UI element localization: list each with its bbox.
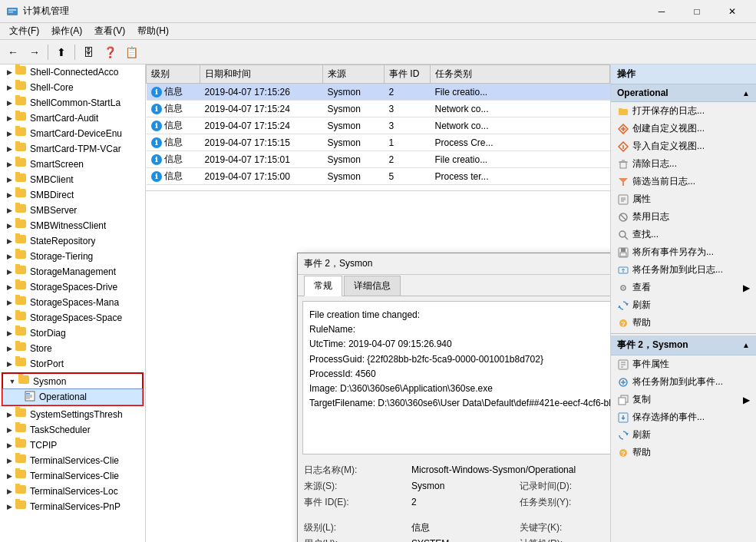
- sidebar-item-storagespaces-space[interactable]: ▶ StorageSpaces-Space: [0, 310, 145, 326]
- sidebar-item-smartcard-audit[interactable]: ▶ SmartCard-Audit: [0, 111, 145, 126]
- dialog-tab-details[interactable]: 详细信息: [344, 276, 401, 296]
- col-category[interactable]: 任务类别: [431, 65, 610, 84]
- action-attach-task-log[interactable]: 将任务附加到此日志...: [611, 261, 756, 279]
- sidebar-item-label: StorageSpaces-Drive: [30, 282, 117, 292]
- action-find[interactable]: 查找...: [611, 226, 756, 243]
- sidebar-item-storagespaces-mana[interactable]: ▶ StorageSpaces-Mana: [0, 295, 145, 310]
- svg-rect-28: [621, 248, 626, 252]
- sidebar-item-staterepository[interactable]: ▶ StateRepository: [0, 233, 145, 249]
- dialog-content-line: File creation time changed:: [309, 308, 610, 322]
- action-refresh2[interactable]: 刷新: [611, 426, 756, 444]
- disable-icon: [617, 211, 629, 223]
- sidebar-item-smartcard-device[interactable]: ▶ SmartCard-DeviceEnu: [0, 126, 145, 141]
- sidebar-item-smartscreen[interactable]: ▶ SmartScreen: [0, 157, 145, 172]
- col-eventid[interactable]: 事件 ID: [385, 65, 431, 84]
- action-import-custom-view[interactable]: 导入自定义视图...: [611, 137, 756, 155]
- table-row[interactable]: ℹ信息2019-04-07 17:15:00Sysmon5Process ter…: [147, 168, 610, 185]
- table-row[interactable]: ℹ信息2019-04-07 17:15:24Sysmon3Network co.…: [147, 117, 610, 134]
- cell-level: ℹ信息: [147, 151, 200, 168]
- tree-arrow: ▶: [3, 312, 15, 324]
- sidebar-item-systemsettings[interactable]: ▶ SystemSettingsThresh: [0, 407, 145, 422]
- dialog-tab-general[interactable]: 常规: [304, 276, 342, 296]
- toolbar-properties[interactable]: 📋: [121, 42, 141, 62]
- sidebar-item-storport[interactable]: ▶ StorPort: [0, 356, 145, 372]
- action-disable-log[interactable]: 禁用日志: [611, 208, 756, 226]
- folder-icon: [15, 485, 28, 497]
- action-refresh[interactable]: 刷新: [611, 296, 756, 314]
- sidebar-item-operational[interactable]: Operational: [3, 389, 142, 405]
- toolbar-forward[interactable]: →: [25, 42, 45, 62]
- sidebar-item-store[interactable]: ▶ Store: [0, 341, 145, 356]
- action-create-custom-view[interactable]: 创建自定义视图...: [611, 120, 756, 137]
- table-row[interactable]: ℹ信息2019-04-07 17:15:01Sysmon2File creati…: [147, 151, 610, 168]
- sidebar-item-stordiag[interactable]: ▶ StorDiag: [0, 326, 145, 341]
- toolbar-show-hide[interactable]: 🗄: [78, 42, 98, 62]
- sidebar-item-terminalservices2[interactable]: ▶ TerminalServices-Clie: [0, 468, 145, 484]
- action-event-properties[interactable]: 事件属性: [611, 355, 756, 373]
- sidebar-item-smbwitnessclient[interactable]: ▶ SMBWitnessClient: [0, 218, 145, 233]
- tree-arrow: ▶: [3, 470, 15, 482]
- action-save-all-events[interactable]: 将所有事件另存为...: [611, 243, 756, 261]
- dialog-content-line: ProcessGuid: {22f028bb-b2fc-5ca9-0000-00…: [309, 352, 610, 367]
- action-save-selected[interactable]: 保存选择的事件...: [611, 408, 756, 426]
- sidebar-item-sysmon[interactable]: ▼ Sysmon: [3, 374, 142, 389]
- sidebar-item-label: SMBClient: [30, 174, 74, 185]
- action-view[interactable]: 查看 ▶: [611, 279, 756, 296]
- sidebar-item-taskscheduler[interactable]: ▶ TaskScheduler: [0, 422, 145, 438]
- sidebar-item-shell-connectedacco[interactable]: ▶ Shell-ConnectedAcco: [0, 64, 145, 80]
- dialog-content-line: ProcessId: 4560: [309, 367, 610, 382]
- action-filter-log[interactable]: 筛选当前日志...: [611, 173, 756, 190]
- action-copy[interactable]: 复制 ▶: [611, 391, 756, 408]
- sidebar-item-terminalservices1[interactable]: ▶ TerminalServices-Clie: [0, 453, 145, 468]
- sidebar-item-terminalservices3[interactable]: ▶ TerminalServices-Loc: [0, 484, 145, 499]
- sidebar-item-storage-tiering[interactable]: ▶ Storage-Tiering: [0, 249, 145, 264]
- menu-action[interactable]: 操作(A): [45, 23, 88, 39]
- action-help-operational[interactable]: ? 帮助: [611, 314, 756, 332]
- sidebar-item-shellcommon[interactable]: ▶ ShellCommon-StartLa: [0, 95, 145, 111]
- col-datetime[interactable]: 日期和时间: [200, 65, 323, 84]
- sidebar-item-storagespaces-drive[interactable]: ▶ StorageSpaces-Drive: [0, 279, 145, 295]
- action-clear-log[interactable]: 清除日志...: [611, 155, 756, 173]
- folder-icon: [15, 204, 28, 216]
- tree-arrow: ▶: [3, 454, 15, 467]
- svg-rect-4: [26, 393, 30, 395]
- sidebar-item-tcpip[interactable]: ▶ TCPIP: [0, 438, 145, 453]
- action-help-event[interactable]: ? 帮助: [611, 444, 756, 461]
- svg-text:?: ?: [621, 450, 626, 458]
- menu-file[interactable]: 文件(F): [3, 23, 45, 39]
- col-source[interactable]: 来源: [323, 65, 385, 84]
- folder-icon: [15, 296, 28, 309]
- sidebar-item-shell-core[interactable]: ▶ Shell-Core: [0, 80, 145, 95]
- dialog-tabs: 常规 详细信息: [298, 275, 610, 296]
- sidebar-item-smbdirect[interactable]: ▶ SMBDirect: [0, 187, 145, 203]
- tree-arrow: ▶: [3, 501, 15, 513]
- cell-category: Process Cre...: [431, 134, 610, 151]
- sidebar-item-storagemanagement[interactable]: ▶ StorageManagement: [0, 264, 145, 279]
- toolbar-up[interactable]: ⬆: [51, 42, 71, 62]
- action-attach-task-event[interactable]: 将任务附加到此事件...: [611, 373, 756, 391]
- action-label: 事件属性: [632, 358, 669, 371]
- toolbar-help[interactable]: ❓: [100, 42, 120, 62]
- col-level[interactable]: 级别: [147, 65, 200, 84]
- menu-view[interactable]: 查看(V): [88, 23, 131, 39]
- sidebar-item-smbclient[interactable]: ▶ SMBClient: [0, 172, 145, 187]
- action-properties[interactable]: 属性: [611, 190, 756, 208]
- toolbar-separator: [48, 45, 48, 60]
- close-button[interactable]: ✕: [715, 0, 750, 23]
- toolbar-back[interactable]: ←: [3, 42, 23, 62]
- action-open-saved-log[interactable]: 打开保存的日志...: [611, 102, 756, 120]
- minimize-button[interactable]: ─: [644, 0, 679, 23]
- sidebar-item-label: StorageManagement: [30, 266, 116, 277]
- table-row[interactable]: ℹ信息2019-04-07 17:15:26Sysmon2File creati…: [147, 84, 610, 101]
- svg-point-25: [619, 231, 626, 237]
- menu-help[interactable]: 帮助(H): [131, 23, 175, 39]
- action-label: 筛选当前日志...: [632, 175, 695, 188]
- sidebar-item-label: SmartScreen: [30, 159, 84, 170]
- folder-icon: [15, 281, 28, 293]
- sidebar-item-terminalservices4[interactable]: ▶ TerminalServices-PnP: [0, 499, 145, 514]
- table-row[interactable]: ℹ信息2019-04-07 17:15:24Sysmon3Network co.…: [147, 101, 610, 117]
- sidebar-item-smartcard-tpm[interactable]: ▶ SmartCard-TPM-VCar: [0, 141, 145, 157]
- sidebar-item-smbserver[interactable]: ▶ SMBServer: [0, 203, 145, 218]
- maximize-button[interactable]: □: [679, 0, 715, 23]
- table-row[interactable]: ℹ信息2019-04-07 17:15:15Sysmon1Process Cre…: [147, 134, 610, 151]
